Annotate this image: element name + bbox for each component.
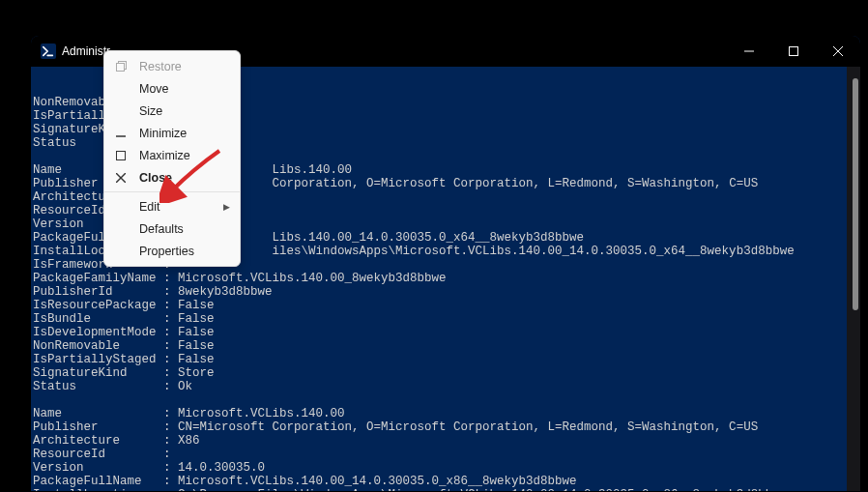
menu-label: Restore <box>139 60 182 73</box>
output-line: PublisherId : 8wekyb3d8bbwe <box>33 285 273 299</box>
output-line: ResourceId <box>33 204 105 217</box>
menu-item-minimize[interactable]: Minimize <box>104 122 240 144</box>
restore-icon <box>114 60 128 73</box>
menu-label: Size <box>139 104 162 118</box>
menu-item-restore[interactable]: Restore <box>104 55 240 77</box>
window-controls <box>727 36 860 67</box>
output-line: Architecture : X86 <box>33 434 200 448</box>
output-line: Status : Ok <box>33 380 192 393</box>
menu-label: Edit <box>139 200 160 214</box>
output-line: PackageFullName : Microsoft.VCLibs.140.0… <box>33 475 577 488</box>
output-line: Status <box>33 136 76 150</box>
menu-item-edit[interactable]: Edit ▶ <box>104 195 240 217</box>
menu-label: Maximize <box>139 149 190 162</box>
output-line: PackageFamilyName : Microsoft.VCLibs.140… <box>33 272 447 285</box>
output-line: ResourceId : <box>33 448 171 461</box>
minimize-button[interactable] <box>727 36 771 67</box>
submenu-arrow-icon: ▶ <box>223 202 230 212</box>
vertical-scrollbar[interactable] <box>847 67 860 491</box>
output-line: Publisher : CN=Microsoft Corporation, O=… <box>33 420 758 434</box>
menu-item-size[interactable]: Size <box>104 100 240 122</box>
system-menu: Restore Move Size Minimize Maximize Clos… <box>103 50 241 267</box>
close-button[interactable] <box>816 36 860 67</box>
output-line: NonRemovable : False <box>33 339 215 353</box>
output-line: Version : 14.0.30035.0 <box>33 461 265 475</box>
svg-rect-7 <box>117 151 126 159</box>
output-line: SignatureKind : Store <box>33 366 215 380</box>
minimize-icon <box>114 127 128 140</box>
menu-label: Properties <box>139 245 194 258</box>
menu-item-defaults[interactable]: Defaults <box>104 217 240 240</box>
maximize-button[interactable] <box>771 36 816 67</box>
svg-rect-1 <box>790 47 798 56</box>
output-line: IsBundle : False <box>33 312 215 326</box>
output-line: IsDevelopmentMode : False <box>33 326 215 339</box>
svg-rect-5 <box>116 64 124 72</box>
menu-label: Move <box>139 82 169 96</box>
output-line: IsPartiallyStaged : False <box>33 353 215 366</box>
menu-item-properties[interactable]: Properties <box>104 240 240 262</box>
menu-item-close[interactable]: Close <box>104 166 240 188</box>
menu-label: Defaults <box>139 222 184 236</box>
scrollbar-thumb[interactable] <box>853 78 858 310</box>
menu-label: Close <box>139 171 172 185</box>
powershell-icon <box>41 43 56 59</box>
output-line: Version <box>33 217 84 231</box>
maximize-icon <box>114 149 128 162</box>
output-line: InstallLocation : C:\Program Files\Windo… <box>33 488 787 491</box>
menu-item-maximize[interactable]: Maximize <box>104 144 240 166</box>
output-line: Name : Microsoft.VCLibs.140.00 <box>33 407 345 420</box>
output-line: IsResourcePackage : False <box>33 299 215 312</box>
menu-separator <box>104 191 240 192</box>
menu-label: Minimize <box>139 127 187 140</box>
close-icon <box>114 171 128 185</box>
menu-item-move[interactable]: Move <box>104 77 240 100</box>
